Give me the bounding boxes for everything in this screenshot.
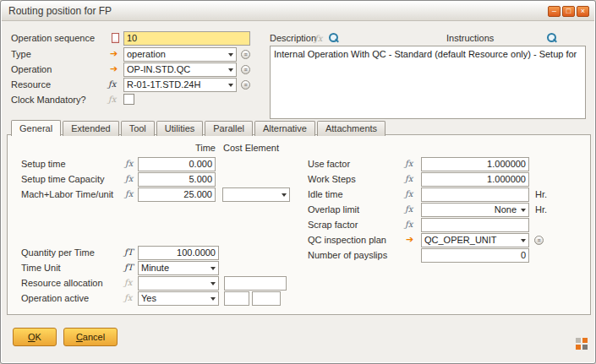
maximize-button[interactable]: □ xyxy=(562,6,575,17)
work-steps-label: Work Steps xyxy=(308,172,356,187)
window-controls: – □ × xyxy=(548,6,589,17)
setup-time-capacity-input[interactable]: 5.000 xyxy=(138,172,216,187)
dropdown-arrow-icon[interactable] xyxy=(211,267,216,270)
resource-allocation-dropdown[interactable] xyxy=(138,276,219,291)
work-steps-input[interactable]: 1.000000 xyxy=(421,172,529,187)
dropdown-arrow-icon[interactable] xyxy=(211,282,216,285)
operation-options-icon[interactable]: ≡ xyxy=(241,65,250,74)
resize-grip-icon[interactable] xyxy=(576,338,588,350)
qc-inspection-plan-value: QC_OPER_UNIT xyxy=(424,235,497,245)
description-textarea[interactable]: Internal Operation With QC - Standard (d… xyxy=(270,46,586,119)
operation-value: OP-IN.STD.QC xyxy=(127,64,190,74)
setup-time-label: Setup time xyxy=(21,157,66,171)
use-factor-input[interactable]: 1.000000 xyxy=(421,157,529,171)
scrap-factor-input[interactable] xyxy=(421,218,529,232)
formula-icon: ƒx xyxy=(124,277,132,289)
mach-labor-time-input[interactable]: 25.000 xyxy=(138,187,216,202)
time-unit-dropdown[interactable]: Minute xyxy=(138,261,219,275)
window-title: Routing position for FP xyxy=(8,5,112,17)
operation-label: Operation xyxy=(11,62,52,77)
overlap-limit-label: Overlap limit xyxy=(308,203,359,217)
link-arrow-icon[interactable]: ➔ xyxy=(406,233,413,246)
formula-icon: ƒx xyxy=(108,94,116,106)
time-unit-value: Minute xyxy=(141,263,169,273)
idle-time-unit: Hr. xyxy=(535,188,547,201)
type-label: Type xyxy=(11,47,31,62)
dropdown-arrow-icon[interactable] xyxy=(521,209,526,212)
tab-utilities[interactable]: Utilities xyxy=(156,121,203,136)
tab-extended[interactable]: Extended xyxy=(63,121,118,136)
operation-active-dropdown[interactable]: Yes xyxy=(138,291,219,306)
formula-icon: ƒx xyxy=(108,79,116,90)
routing-position-window: Routing position for FP – □ × Operation … xyxy=(0,0,596,364)
expand-editor-icon[interactable] xyxy=(329,33,340,44)
setup-time-capacity-label: Setup time Capacity xyxy=(21,172,104,187)
overlap-limit-dropdown[interactable]: None xyxy=(421,203,529,217)
time-unit-label: Time Unit xyxy=(21,261,61,275)
formula-icon: ƒx xyxy=(405,204,413,215)
dropdown-arrow-icon[interactable] xyxy=(228,68,233,72)
quantity-per-time-label: Quantity per Time xyxy=(21,246,95,260)
formula-t-icon: ƒT xyxy=(124,247,133,258)
resource-dropdown[interactable]: R-01-1T.STD.24H xyxy=(123,78,237,92)
cost-element-dropdown[interactable] xyxy=(222,187,290,202)
link-arrow-icon[interactable]: ➔ xyxy=(110,47,118,60)
operation-active-to-input[interactable] xyxy=(252,291,281,306)
use-factor-label: Use factor xyxy=(308,157,350,171)
time-column-header: Time xyxy=(141,143,216,153)
dropdown-arrow-icon[interactable] xyxy=(282,193,287,197)
link-arrow-icon[interactable]: ➔ xyxy=(110,62,118,75)
clock-mandatory-label: Clock Mandatory? xyxy=(11,93,86,107)
type-dropdown[interactable]: operation xyxy=(123,47,237,62)
qc-inspection-plan-dropdown[interactable]: QC_OPER_UNIT xyxy=(421,233,529,247)
formula-t-icon: ƒT xyxy=(124,262,133,274)
dropdown-arrow-icon[interactable] xyxy=(211,297,216,301)
tab-alternative[interactable]: Alternative xyxy=(254,121,315,136)
minimize-button[interactable]: – xyxy=(548,6,560,17)
formula-icon: ƒx xyxy=(125,188,133,200)
description-label: Description xyxy=(270,31,316,46)
idle-time-input[interactable] xyxy=(421,187,529,202)
type-value: operation xyxy=(127,49,166,59)
idle-time-label: Idle time xyxy=(308,187,343,202)
quantity-per-time-input[interactable]: 100.0000 xyxy=(138,246,219,260)
formula-icon: ƒx xyxy=(405,219,413,231)
mach-labor-time-label: Mach+Labor Time/unit xyxy=(21,187,113,202)
formula-icon: ƒx xyxy=(405,173,413,185)
operation-sequence-label: Operation sequence xyxy=(11,31,95,46)
dropdown-arrow-icon[interactable] xyxy=(521,239,526,242)
number-of-payslips-input[interactable]: 0 xyxy=(421,248,529,263)
type-options-icon[interactable]: ≡ xyxy=(241,50,250,59)
resource-allocation-extra-input[interactable] xyxy=(224,276,287,291)
resource-options-icon[interactable]: ≡ xyxy=(241,80,250,90)
ok-button[interactable]: OK xyxy=(13,328,57,346)
qc-inspection-options-icon[interactable]: ≡ xyxy=(534,236,544,245)
number-of-payslips-label: Number of payslips xyxy=(308,248,387,263)
resource-value: R-01-1T.STD.24H xyxy=(127,79,200,90)
setup-time-input[interactable]: 0.000 xyxy=(138,157,216,171)
formula-icon: ƒx xyxy=(124,292,132,304)
tab-attachments[interactable]: Attachments xyxy=(317,121,385,136)
tab-parallel[interactable]: Parallel xyxy=(205,121,253,136)
scrap-factor-label: Scrap factor xyxy=(308,218,358,232)
cancel-button[interactable]: Cancel xyxy=(63,328,118,346)
expand-editor-icon[interactable] xyxy=(547,33,558,44)
clock-mandatory-checkbox[interactable] xyxy=(123,94,134,105)
title-bar[interactable]: Routing position for FP – □ × xyxy=(2,2,594,21)
formula-icon: ƒx xyxy=(125,173,133,185)
cost-element-column-header: Cost Element xyxy=(223,143,279,153)
tab-tool[interactable]: Tool xyxy=(121,121,155,136)
tab-bar: General Extended Tool Utilities Parallel… xyxy=(11,119,387,136)
formula-icon: ƒx xyxy=(405,158,413,170)
operation-sequence-input[interactable]: 10 xyxy=(123,31,250,46)
edit-icon[interactable] xyxy=(112,33,119,43)
qc-inspection-plan-label: QC inspection plan xyxy=(308,233,386,247)
instructions-label: Instructions xyxy=(446,31,494,46)
dropdown-arrow-icon[interactable] xyxy=(228,84,233,87)
tab-general[interactable]: General xyxy=(11,120,61,136)
close-button[interactable]: × xyxy=(577,6,589,17)
operation-active-from-input[interactable] xyxy=(224,291,249,306)
operation-dropdown[interactable]: OP-IN.STD.QC xyxy=(123,62,237,77)
dropdown-arrow-icon[interactable] xyxy=(228,53,233,57)
operation-active-label: Operation active xyxy=(21,291,89,306)
